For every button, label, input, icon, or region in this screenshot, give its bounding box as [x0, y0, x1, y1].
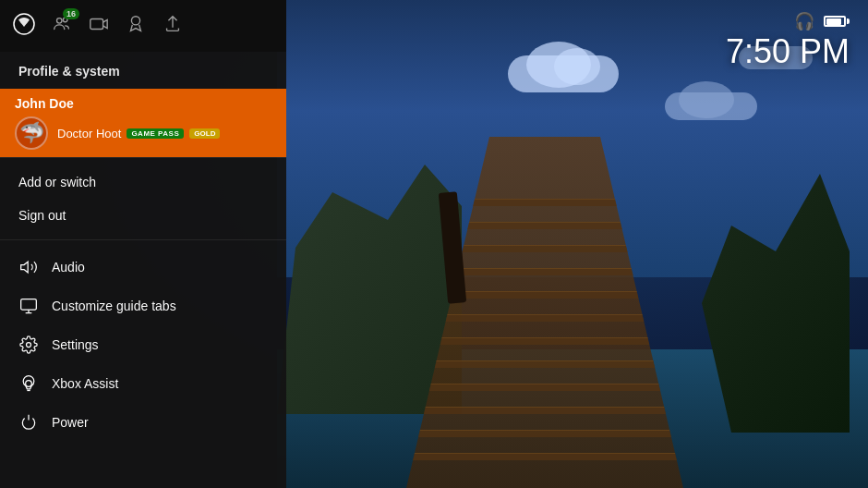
audio-item[interactable]: Audio	[0, 248, 286, 287]
svg-rect-5	[21, 299, 37, 311]
side-panel: 16 Profile & system John Doe	[0, 0, 286, 488]
hud: 🎧 7:50 PM	[726, 11, 850, 68]
add-switch-item[interactable]: Add or switch	[0, 165, 286, 199]
battery-body	[824, 16, 846, 27]
battery-icon	[824, 16, 850, 27]
account-name: John Doe	[15, 96, 271, 111]
nav-capture[interactable]	[89, 14, 109, 39]
sign-out-item[interactable]: Sign out	[0, 199, 286, 232]
nav-social[interactable]: 16	[52, 14, 72, 39]
xbox-assist-label: Xbox Assist	[52, 376, 118, 391]
customize-label: Customize guide tabs	[52, 299, 176, 313]
nav-bar: 16	[0, 0, 286, 52]
headset-icon: 🎧	[794, 11, 814, 31]
nav-achievements[interactable]	[126, 14, 146, 39]
quick-actions: Add or switch Sign out	[0, 157, 286, 239]
customize-item[interactable]: Customize guide tabs	[0, 287, 286, 325]
audio-label: Audio	[52, 260, 85, 274]
account-row[interactable]: John Doe 🦈 Doctor Hoot GAME PASS GOLD	[0, 89, 286, 157]
svg-point-4	[131, 16, 139, 24]
power-item[interactable]: Power	[0, 403, 286, 442]
svg-point-7	[26, 381, 32, 387]
nav-share[interactable]	[163, 14, 183, 39]
audio-icon	[18, 257, 39, 277]
gamertag: Doctor Hoot	[57, 127, 121, 140]
hud-icons: 🎧	[794, 11, 850, 31]
gear-icon	[18, 335, 39, 355]
monitor-icon	[18, 296, 39, 316]
battery-tip	[847, 18, 850, 24]
svg-rect-3	[90, 18, 103, 29]
social-badge: 16	[63, 8, 79, 19]
account-profile: 🦈 Doctor Hoot GAME PASS GOLD	[15, 116, 271, 150]
gamepass-badge: GAME PASS	[127, 128, 184, 139]
hud-time: 7:50 PM	[726, 35, 850, 68]
xbox-logo[interactable]	[13, 13, 35, 40]
cloud-1	[508, 55, 619, 92]
avatar: 🦈	[15, 116, 48, 150]
cloud-2	[665, 92, 757, 120]
lightbulb-icon	[18, 373, 39, 394]
menu-items: Audio Customize guide tabs Settings	[0, 239, 286, 449]
settings-label: Settings	[52, 337, 99, 352]
settings-item[interactable]: Settings	[0, 325, 286, 364]
svg-point-1	[57, 18, 63, 22]
battery-fill	[826, 18, 841, 25]
panel-header: Profile & system	[0, 52, 286, 89]
panel-title: Profile & system	[18, 64, 120, 79]
xbox-assist-item[interactable]: Xbox Assist	[0, 364, 286, 403]
svg-point-6	[27, 343, 31, 348]
gold-badge: GOLD	[189, 128, 220, 139]
gamertag-row: Doctor Hoot GAME PASS GOLD	[57, 127, 220, 140]
power-label: Power	[52, 415, 89, 430]
power-icon	[18, 412, 39, 433]
